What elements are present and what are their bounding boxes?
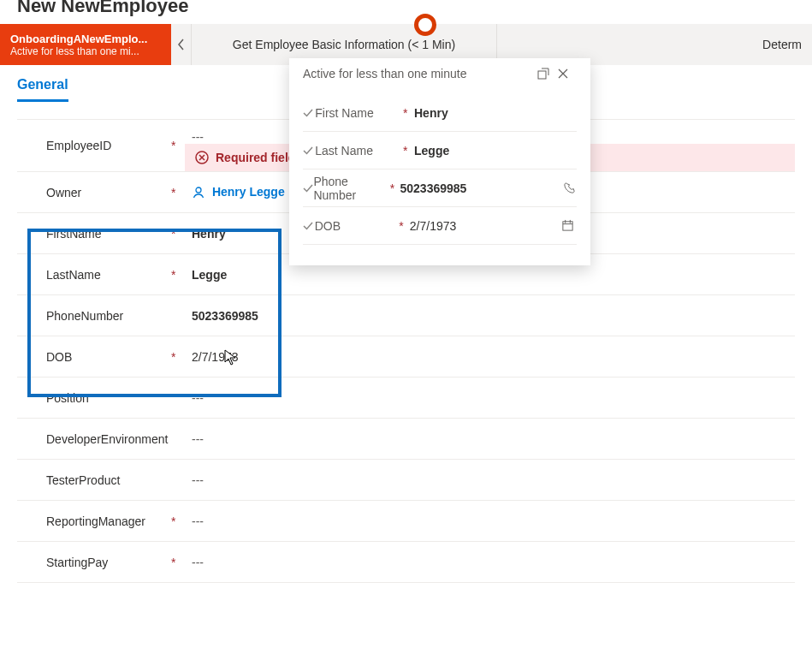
field-label: FirstName [17,217,171,251]
check-icon [303,146,315,156]
required-asterisk: * [403,106,412,120]
required-asterisk: * [399,219,408,233]
required-asterisk: * [171,556,185,569]
field-position[interactable]: Position --- [17,378,795,419]
bpf-process-duration: Active for less than one mi... [10,45,161,57]
tab-general[interactable]: General [17,77,68,102]
required-asterisk: * [403,144,412,158]
flyout-field-last-name[interactable]: Last Name * [303,132,577,169]
field-value: 2/7/1973 [185,340,795,374]
field-value: 5023369985 [185,299,795,333]
bpf-process-name-text: OnboardingANewEmplo... [10,33,161,45]
recording-indicator-icon [414,14,436,36]
stage-flyout: Active for less than one minute First Na… [289,58,590,265]
page-title: New NewEmployee [0,0,812,24]
flyout-label: Last Name [315,144,403,158]
flyout-field-first-name[interactable]: First Name * [303,94,577,132]
bpf-process-name[interactable]: OnboardingANewEmplo... Active for less t… [0,24,171,65]
svg-rect-2 [538,71,546,79]
check-icon [303,183,313,193]
flyout-label: DOB [315,219,400,233]
flyout-input-last-name[interactable] [412,140,577,161]
required-asterisk: * [171,139,185,152]
field-developer-environment[interactable]: DeveloperEnvironment --- [17,419,795,460]
field-value: --- [185,381,795,415]
field-dob[interactable]: DOB * 2/7/1973 [17,336,795,378]
flyout-field-dob[interactable]: DOB * [303,207,577,245]
owner-name: Henry Legge [212,185,285,199]
phone-icon[interactable] [563,181,578,194]
flyout-label: Phone Number [313,175,389,202]
required-asterisk: * [390,181,399,195]
dock-icon[interactable] [537,68,558,80]
field-phone-number[interactable]: PhoneNumber 5023369985 [17,295,795,336]
field-label: StartingPay [17,545,171,580]
required-asterisk: * [171,186,185,199]
field-reporting-manager[interactable]: ReportingManager * --- [17,501,795,542]
field-label: Owner [17,175,171,210]
required-asterisk: * [171,514,185,528]
required-asterisk: * [171,227,185,241]
field-label: DeveloperEnvironment [17,422,171,456]
field-label: ReportingManager [17,504,171,538]
person-icon [192,186,205,199]
field-value: --- [185,422,795,456]
field-label: LastName [17,258,171,292]
error-icon [195,151,209,164]
field-label: DOB [17,340,171,374]
flyout-field-phone[interactable]: Phone Number * [303,169,577,207]
field-label: Position [17,381,171,415]
field-tester-product[interactable]: TesterProduct --- [17,460,795,501]
field-label: PhoneNumber [17,299,171,333]
flyout-title: Active for less than one minute [303,67,537,80]
check-icon [303,108,315,118]
svg-rect-3 [563,222,572,230]
field-value: --- [185,545,795,580]
flyout-input-phone[interactable] [399,178,563,199]
flyout-label: First Name [315,106,403,120]
field-starting-pay[interactable]: StartingPay * --- [17,542,795,583]
bpf-stage-current-label: Get Employee Basic Information (< 1 Min) [233,38,455,51]
flyout-input-first-name[interactable] [412,103,577,123]
flyout-header: Active for less than one minute [289,58,590,94]
close-icon[interactable] [558,68,578,79]
bpf-collapse-chevron[interactable] [171,24,192,65]
required-asterisk: * [171,268,185,282]
flyout-input-dob[interactable] [408,216,561,236]
field-label: EmployeeID [17,128,171,163]
calendar-icon[interactable] [561,219,577,232]
field-label: TesterProduct [17,463,171,497]
svg-point-1 [196,187,201,193]
field-value: --- [185,463,795,497]
bpf-stage-next-label: Determ [762,38,802,51]
field-value: --- [185,504,795,538]
required-asterisk: * [171,350,185,364]
check-icon [303,221,315,231]
